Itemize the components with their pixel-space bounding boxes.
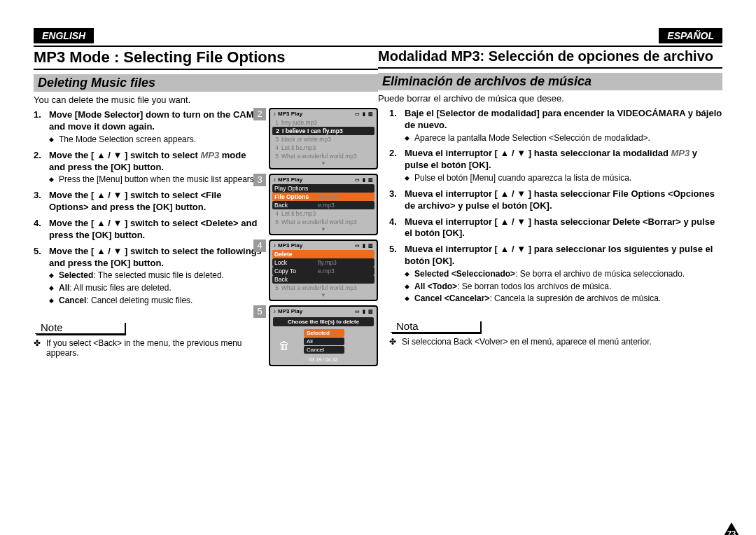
step-badge: 4 (253, 239, 266, 252)
column-english: ENGLISH MP3 Mode : Selecting File Option… (34, 28, 378, 514)
page-title-spanish: Modalidad MP3: Selección de opciones de … (378, 46, 722, 69)
menu-item-selected: Delete (272, 250, 374, 258)
list-item-selected: 2I believe I can fly.mp3 (272, 127, 374, 135)
step-1-en: Move [Mode Selector] down to turn on the… (34, 109, 263, 145)
sub-bullet: Selected: The selected music file is del… (49, 270, 263, 282)
music-note-icon: ♪ (273, 308, 276, 314)
list-item: 1hey jude.mp3 (270, 118, 377, 127)
menu-item: Copy Toe.mp3 (272, 267, 374, 275)
music-note-icon: ♪ (273, 111, 276, 117)
note-list-spanish: Si selecciona Back <Volver> en el menú, … (389, 337, 722, 347)
steps-spanish: Baje el [Selector de modalidad] para enc… (389, 108, 722, 305)
step-5-es: Mueva el interruptor [ ▲ / ▼ ] para sele… (389, 244, 722, 305)
option-selected: Selected (304, 329, 344, 337)
sub-bullet: Cancel <Cancelar>: Cancela la supresión … (405, 293, 722, 305)
sub-bullet: Pulse el botón [Menu] cuando aparezca la… (405, 173, 722, 184)
status-icons: ▭ ▮ ▥ (355, 309, 374, 314)
menu-item: Lockfly.mp3 (272, 258, 374, 267)
sub-bullet: All <Todo>: Se borran todos los archivos… (405, 282, 722, 293)
screen-step-2: 2 ♪MP3 Play ▭ ▮ ▥ 1hey jude.mp3 2I belie… (269, 108, 378, 169)
step-4-es: Mueva el interruptor [ ▲ / ▼ ] hasta sel… (389, 216, 722, 240)
sub-bullet: All: All music files are deleted. (49, 283, 263, 294)
note-heading-spanish: Nota (391, 320, 480, 333)
sub-bullet: Aparece la pantalla Mode Selection <Sele… (405, 133, 722, 144)
column-spanish: ESPAÑOL Modalidad MP3: Selección de opci… (378, 28, 722, 514)
subsection-title-english: Deleting Music files (34, 74, 378, 92)
step-5-en: Move the [ ▲ / ▼ ] switch to select the … (34, 246, 263, 307)
list-item: 4Let it be.mp3 (270, 144, 377, 152)
option-all: All (304, 338, 344, 345)
menu-item: Backe.mp3 (272, 201, 374, 209)
menu-item: Back (272, 275, 374, 284)
step-badge: 2 (253, 108, 266, 120)
page-number: 73 (724, 529, 738, 535)
subsection-title-spanish: Eliminación de archivos de música (378, 73, 722, 90)
manual-page: ENGLISH MP3 Mode : Selecting File Option… (0, 0, 756, 535)
status-icons: ▭ ▮ ▥ (355, 111, 374, 117)
music-note-icon: ♪ (273, 176, 276, 183)
note-item: If you select <Back> in the menu, the pr… (34, 338, 263, 358)
step-2-es: Mueva el interruptor [ ▲ / ▼ ] hasta sel… (389, 148, 722, 183)
sub-bullet: Cancel: Cancel deleting music files. (49, 296, 263, 307)
step-badge: 5 (253, 305, 266, 318)
list-item: 5What a wonderful world.mp3 (270, 152, 377, 160)
step-badge: 3 (253, 174, 266, 186)
list-item: 5What a wonderful world.mp3 (270, 218, 377, 226)
scroll-down-icon: ▼ (270, 226, 377, 234)
step-4-en: Move the [ ▲ / ▼ ] switch to select <Del… (34, 218, 263, 242)
step-1-es: Baje el [Selector de modalidad] para enc… (389, 108, 722, 144)
note-heading-english: Note (35, 321, 125, 334)
page-title-english: MP3 Mode : Selecting File Options (34, 46, 378, 70)
steps-english: Move [Mode Selector] down to turn on the… (34, 109, 263, 306)
screen-title: MP3 Play (278, 176, 302, 183)
step-3-es: Mueva el interruptor [ ▲ / ▼ ] hasta sel… (389, 188, 722, 212)
status-icons: ▭ ▮ ▥ (355, 243, 374, 249)
note-list-english: If you select <Back> in the menu, the pr… (34, 338, 263, 358)
screen-title: MP3 Play (278, 242, 302, 249)
sub-bullet: Press the [Menu] button when the music l… (49, 174, 263, 186)
screen-title: MP3 Play (278, 308, 302, 314)
menu-item: Play Options (272, 184, 374, 193)
list-item: 4Let it be.mp3 (270, 209, 377, 218)
status-icons: ▭ ▮ ▥ (355, 177, 374, 183)
delete-prompt: Choose the file(s) to delete (273, 317, 374, 326)
trash-icon: 🗑 (279, 340, 290, 352)
step-2-en: Move the [ ▲ / ▼ ] switch to select MP3 … (34, 150, 263, 186)
screen-title: MP3 Play (278, 111, 302, 117)
list-item: 3black or white.mp3 (270, 135, 377, 144)
music-note-icon: ♪ (273, 242, 276, 249)
option-cancel: Cancel (304, 346, 344, 354)
playback-time: 03.19 / 04.32 (270, 356, 377, 363)
language-tab-spanish: ESPAÑOL (659, 28, 722, 43)
note-item: Si selecciona Back <Volver> en el menú, … (389, 337, 722, 347)
language-tab-english: ENGLISH (34, 28, 94, 43)
screen-step-5: 5 ♪MP3 Play ▭ ▮ ▥ Choose the file(s) to … (269, 305, 378, 366)
list-item: 5What a wonderful world.mp3 (270, 284, 377, 292)
sub-bullet: Selected <Seleccionado>: Se borra el arc… (405, 269, 722, 280)
device-screenshots: 2 ♪MP3 Play ▭ ▮ ▥ 1hey jude.mp3 2I belie… (269, 108, 378, 370)
intro-spanish: Puede borrar el archivo de música que de… (378, 93, 722, 104)
scroll-down-icon: ▼ (270, 292, 377, 300)
intro-english: You can delete the music file you want. (34, 95, 378, 105)
step-3-en: Move the [ ▲ / ▼ ] switch to select <Fil… (34, 190, 263, 214)
screen-step-3: 3 ♪MP3 Play ▭ ▮ ▥ Play Options File Opti… (269, 174, 378, 235)
menu-item-selected: File Optionsfly.mp3 (272, 193, 374, 201)
scroll-down-icon: ▼ (270, 160, 377, 168)
screen-step-4: 4 ♪MP3 Play ▭ ▮ ▥ Delete Lockfly.mp3 Cop… (269, 239, 378, 301)
sub-bullet: The Mode Selection screen appears. (49, 134, 263, 146)
